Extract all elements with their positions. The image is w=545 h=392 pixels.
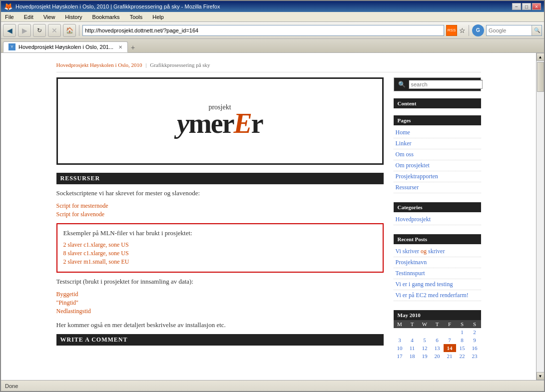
pages-widget-body: Home Linker Om oss Om prosjektet Prosjek… [394, 125, 481, 195]
page-link-omprosjektet[interactable]: Om prosjektet [394, 160, 481, 171]
calendar-day[interactable]: 6 [431, 336, 444, 344]
calendar-day[interactable]: 4 [406, 336, 419, 344]
reload-button[interactable]: ↻ [33, 24, 46, 37]
menu-file[interactable]: File [3, 13, 16, 20]
calendar-day[interactable]: 11 [406, 344, 419, 352]
calendar-day[interactable]: 18 [406, 352, 419, 360]
example-link-2[interactable]: 8 slaver c1.xlarge, sone US [63, 250, 377, 257]
categories-widget-body: Hovedprosjekt [394, 212, 481, 227]
mesternode-link[interactable]: Script for mesternode [56, 202, 384, 210]
main-column: prosjekt ymerEr RESSURSER Sockets [56, 77, 384, 367]
calendar-day[interactable]: 23 [469, 352, 481, 360]
calendar-row: 10111213141516 [394, 344, 481, 352]
write-comment-label: WRITE A COMMENT [60, 336, 128, 343]
intro-text: Socketscriptene vi har skrevet for meste… [56, 189, 384, 197]
search-input[interactable] [487, 25, 532, 35]
example-link-1[interactable]: 2 slaver c1.xlarge, sone US [63, 241, 377, 249]
write-comment-header: WRITE A COMMENT [56, 334, 384, 346]
calendar-day[interactable]: 12 [419, 344, 431, 352]
calendar-title: May 2010 [398, 312, 421, 318]
calendar-day[interactable]: 19 [419, 352, 431, 360]
title-bar-text: 🦊 Hovedprosjekt Høyskolen i Oslo, 2010 |… [4, 2, 220, 10]
home-button[interactable]: 🏠 [63, 24, 76, 37]
testscript-label: Testscript (brukt i prosjektet for innsa… [56, 278, 384, 286]
menu-view[interactable]: View [41, 13, 57, 20]
menu-help[interactable]: Help [150, 13, 166, 20]
calendar-day[interactable]: 1 [456, 328, 469, 336]
scroll-down-button[interactable]: ▼ [537, 372, 545, 380]
recent-post-2[interactable]: Prosjektnavn [394, 257, 481, 268]
page-link-ressurser[interactable]: Ressurser [394, 182, 481, 193]
calendar-day[interactable]: 2 [469, 328, 481, 336]
back-button[interactable]: ◀ [3, 24, 16, 37]
address-bar: RSS ☆ [82, 25, 466, 36]
calendar-day[interactable]: 14 [444, 344, 456, 352]
close-button[interactable]: × [532, 3, 541, 10]
calendar-table: M T W T F S S [394, 320, 481, 360]
calendar-day[interactable]: 16 [469, 344, 481, 352]
example-link-3[interactable]: 2 slaver m1.small, sone EU [63, 258, 377, 266]
recent-post-1[interactable]: Vi skriver og skriver [394, 246, 481, 257]
recent-post-3[interactable]: Testinnspurt [394, 268, 481, 279]
minimize-button[interactable]: − [512, 3, 521, 10]
calendar-day[interactable]: 22 [456, 352, 469, 360]
menu-bookmarks[interactable]: Bookmarks [90, 13, 122, 20]
calendar-body: 1234567891011121314151617181920212223 [394, 328, 481, 360]
calendar-day[interactable]: 7 [444, 336, 456, 344]
page-link-prosjektrapporten[interactable]: Prosjektrapporten [394, 171, 481, 182]
scrollbar[interactable]: ▲ ▼ [536, 53, 544, 380]
recent-post-5[interactable]: Vi er på EC2 med renderfarm! [394, 290, 481, 301]
forward-button[interactable]: ▶ [18, 24, 31, 37]
window-controls[interactable]: − □ × [512, 3, 541, 10]
toolbar: ◀ ▶ ↻ ✕ 🏠 RSS ☆ G 🔍 [1, 22, 544, 39]
breadcrumb-home-link[interactable]: Hovedprosjekt Høyskolen i Oslo, 2010 [56, 62, 142, 68]
search-button[interactable]: 🔍 [532, 25, 542, 35]
menu-edit[interactable]: Edit [22, 13, 35, 20]
page-link-linker[interactable]: Linker [394, 138, 481, 149]
example-box: Eksempler på MLN-filer vi har brukt i pr… [56, 223, 384, 273]
cal-th-w: W [419, 320, 431, 328]
scroll-up-button[interactable]: ▲ [537, 53, 545, 61]
page-link-omoss[interactable]: Om oss [394, 149, 481, 160]
menu-bar: File Edit View History Bookmarks Tools H… [1, 12, 544, 22]
scroll-thumb[interactable] [537, 62, 544, 92]
status-text: Done [5, 383, 18, 389]
category-link-hovedprosjekt[interactable]: Hovedprosjekt [394, 214, 481, 225]
calendar-day[interactable]: 8 [456, 336, 469, 344]
calendar-row: 12 [394, 328, 481, 336]
example-title: Eksempler på MLN-filer vi har brukt i pr… [63, 229, 377, 237]
calendar-day[interactable]: 17 [394, 352, 406, 360]
bookmark-star[interactable]: ☆ [459, 26, 466, 34]
calendar-row: 17181920212223 [394, 352, 481, 360]
calendar-day[interactable]: 20 [431, 352, 444, 360]
address-input[interactable] [82, 25, 444, 36]
tab-bar: Y Hovedprosjekt Høyskolen i Oslo, 201...… [1, 39, 544, 53]
recent-post-4[interactable]: Vi er i gang med testing [394, 279, 481, 290]
tab-label: Hovedprosjekt Høyskolen i Oslo, 201... [18, 44, 113, 50]
window-title: Hovedprosjekt Høyskolen i Oslo, 2010 | G… [15, 3, 220, 9]
pingtid-link[interactable]: "Pingtid" [56, 299, 384, 307]
content-widget-title: Content [394, 98, 481, 108]
maximize-button[interactable]: □ [522, 3, 531, 10]
tab-close-button[interactable]: ✕ [118, 44, 122, 50]
menu-tools[interactable]: Tools [128, 13, 145, 20]
calendar-day[interactable]: 5 [419, 336, 431, 344]
nedlastingstid-link[interactable]: Nedlastingstid [56, 308, 384, 315]
toolbar-separator2 [469, 25, 469, 36]
calendar-day[interactable]: 9 [469, 336, 481, 344]
active-tab[interactable]: Y Hovedprosjekt Høyskolen i Oslo, 201...… [3, 41, 128, 52]
cal-th-s2: S [469, 320, 481, 328]
calendar-day[interactable]: 13 [431, 344, 444, 352]
new-tab-button[interactable]: + [128, 42, 138, 52]
calendar-day[interactable]: 15 [456, 344, 469, 352]
byggetid-link[interactable]: Byggetid [56, 291, 384, 298]
sidebar-search-input[interactable] [409, 80, 483, 89]
calendar-day[interactable]: 21 [444, 352, 456, 360]
slavenode-link[interactable]: Script for slavenode [56, 211, 384, 218]
page-link-home[interactable]: Home [394, 127, 481, 138]
stop-button[interactable]: ✕ [48, 24, 61, 37]
calendar-day[interactable]: 3 [394, 336, 406, 344]
rss-icon[interactable]: RSS [446, 25, 457, 36]
menu-history[interactable]: History [63, 13, 84, 20]
calendar-day[interactable]: 10 [394, 344, 406, 352]
